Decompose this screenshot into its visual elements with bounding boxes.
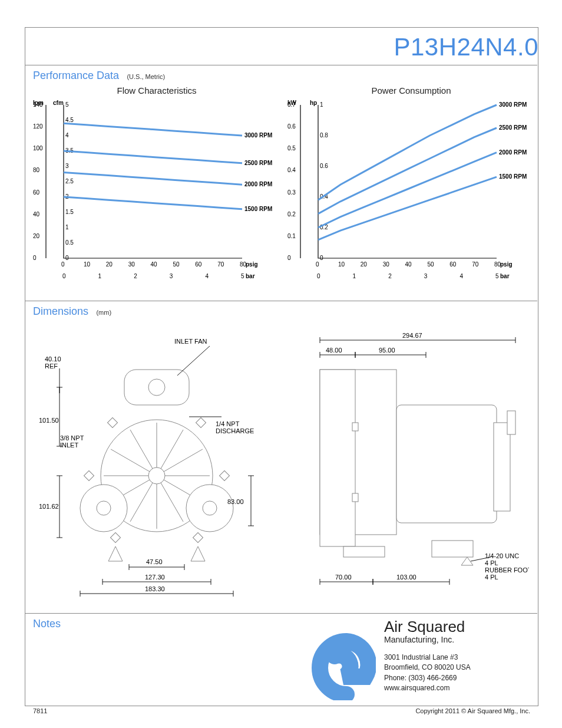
company-web: www.airsquared.com (384, 683, 471, 693)
company-phone: Phone: (303) 466-2669 (384, 673, 471, 683)
svg-text:127.30: 127.30 (145, 574, 165, 581)
svg-text:kW: kW (287, 100, 297, 106)
svg-rect-146 (352, 423, 358, 431)
svg-text:1: 1 (98, 273, 102, 279)
svg-text:70.00: 70.00 (335, 574, 352, 581)
svg-rect-102 (220, 471, 230, 481)
svg-text:psig: psig (500, 261, 513, 268)
company-subtitle: Manufacturing, Inc. (384, 635, 471, 644)
svg-text:294.67: 294.67 (402, 332, 422, 339)
svg-text:40.10: 40.10 (45, 355, 61, 363)
svg-text:5: 5 (65, 101, 69, 108)
svg-text:3: 3 (65, 163, 69, 169)
svg-text:0.5: 0.5 (65, 239, 74, 246)
svg-text:103.00: 103.00 (396, 574, 416, 581)
svg-point-97 (97, 501, 111, 515)
svg-text:cfm: cfm (53, 100, 64, 106)
svg-text:INLET FAN: INLET FAN (174, 338, 207, 345)
svg-text:80: 80 (33, 167, 40, 173)
svg-text:60: 60 (195, 261, 202, 268)
svg-text:4 PL: 4 PL (485, 574, 498, 581)
svg-text:bar: bar (500, 273, 510, 279)
svg-text:1: 1 (353, 273, 356, 279)
company-block: Air Squared Manufacturing, Inc. 3001 Ind… (293, 618, 529, 703)
power-chart: Power Consumption 00.20.40.60.8100.10.20… (287, 85, 535, 294)
svg-rect-142 (494, 423, 510, 511)
svg-text:3000 RPM: 3000 RPM (499, 101, 527, 108)
svg-text:60: 60 (33, 189, 40, 196)
svg-text:4.5: 4.5 (65, 117, 74, 123)
svg-text:20: 20 (361, 261, 368, 268)
svg-point-98 (203, 501, 217, 515)
svg-text:0: 0 (287, 255, 291, 261)
svg-text:2000 RPM: 2000 RPM (499, 149, 527, 156)
svg-text:48.00: 48.00 (326, 347, 342, 354)
svg-text:REF: REF (45, 363, 58, 370)
svg-text:100: 100 (33, 145, 43, 151)
svg-text:RUBBER FOOT: RUBBER FOOT (485, 566, 529, 574)
svg-text:INLET: INLET (60, 442, 78, 449)
model-number: P13H24N4.0 (394, 33, 539, 61)
svg-text:60: 60 (449, 261, 457, 268)
svg-text:bar: bar (246, 273, 255, 279)
svg-text:1.5: 1.5 (65, 209, 74, 215)
svg-text:101.62: 101.62 (39, 503, 59, 510)
svg-text:2500 RPM: 2500 RPM (499, 124, 527, 131)
svg-text:4: 4 (459, 273, 463, 279)
svg-rect-143 (507, 411, 515, 434)
svg-rect-141 (396, 405, 497, 523)
svg-text:1500 RPM: 1500 RPM (244, 206, 272, 212)
svg-text:0.4: 0.4 (287, 167, 296, 173)
svg-text:0: 0 (65, 255, 69, 261)
svg-text:2: 2 (388, 273, 392, 279)
svg-text:30: 30 (128, 261, 135, 268)
svg-text:2500 RPM: 2500 RPM (244, 160, 272, 166)
svg-text:70: 70 (472, 261, 479, 268)
svg-text:101.50: 101.50 (39, 417, 59, 424)
side-view-drawing: 294.6748.0095.0070.00103.001/4-20 UNC4 P… (285, 322, 529, 605)
svg-text:83.00: 83.00 (227, 498, 244, 505)
svg-text:1: 1 (65, 224, 69, 230)
company-logo-icon (293, 618, 376, 700)
svg-text:10: 10 (84, 261, 91, 268)
svg-text:0: 0 (62, 273, 66, 279)
flow-chart-title: Flow Characteristics (33, 85, 280, 95)
svg-text:5: 5 (241, 273, 244, 279)
company-name: Air Squared (384, 618, 471, 636)
perf-title: Performance Data (33, 70, 119, 81)
svg-text:0: 0 (317, 273, 320, 279)
svg-text:40: 40 (151, 261, 158, 268)
dims-units: (mm) (96, 309, 111, 316)
svg-text:3: 3 (170, 273, 173, 279)
svg-text:10: 10 (338, 261, 345, 268)
svg-text:30: 30 (383, 261, 390, 268)
dimensions-section: Dimensions (mm) INLET FAN40.10REF101.503… (33, 305, 529, 605)
svg-text:2000 RPM: 2000 RPM (244, 181, 272, 187)
svg-text:1/4 NPT: 1/4 NPT (216, 420, 240, 427)
footer-right: Copyright 2011 © Air Squared Mfg., Inc. (415, 707, 530, 714)
svg-text:0: 0 (316, 261, 319, 268)
company-addr1: 3001 Industrial Lane #3 (384, 653, 471, 663)
svg-text:47.50: 47.50 (146, 558, 163, 565)
svg-text:2: 2 (134, 273, 137, 279)
svg-text:120: 120 (33, 123, 43, 130)
performance-section: Performance Data (U.S., Metric) Flow Cha… (33, 70, 529, 294)
svg-point-92 (148, 467, 165, 484)
perf-units: (U.S., Metric) (127, 73, 165, 80)
svg-text:1/4-20 UNC: 1/4-20 UNC (485, 552, 519, 559)
svg-text:3/8 NPT: 3/8 NPT (60, 434, 84, 442)
svg-text:50: 50 (173, 261, 180, 268)
svg-text:3000 RPM: 3000 RPM (244, 132, 272, 139)
notes-title: Notes (33, 618, 61, 630)
svg-rect-99 (108, 418, 118, 428)
front-view-drawing: INLET FAN40.10REF101.503/8 NPTINLET1/4 N… (33, 322, 277, 605)
svg-text:1: 1 (320, 101, 323, 108)
svg-text:psig: psig (246, 261, 258, 268)
svg-text:4 PL: 4 PL (485, 559, 498, 566)
svg-rect-101 (84, 471, 94, 481)
svg-point-94 (148, 379, 165, 396)
svg-text:0.3: 0.3 (287, 189, 296, 196)
svg-text:0.6: 0.6 (287, 123, 296, 130)
svg-text:0: 0 (33, 255, 37, 261)
dims-title: Dimensions (33, 305, 88, 317)
